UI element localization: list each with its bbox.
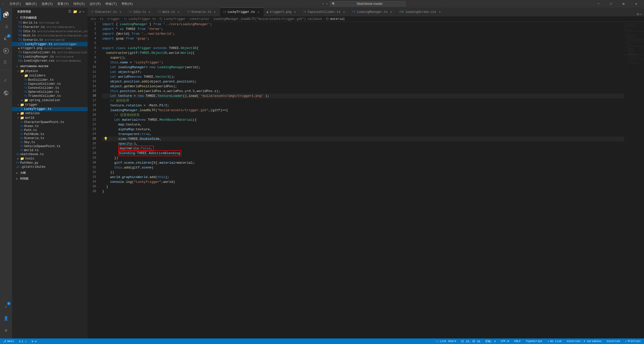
timeline-section[interactable]: ▶ 时间线 bbox=[12, 176, 88, 182]
maximize-button[interactable]: □ bbox=[605, 0, 617, 8]
open-file-character[interactable]: TS Character.ts src\ts\characters bbox=[12, 25, 88, 29]
new-file-icon[interactable]: 🗋 bbox=[68, 10, 71, 14]
prettier-status[interactable]: ✓ Prettier bbox=[624, 340, 642, 343]
encoding-status[interactable]: UTF-8 bbox=[500, 340, 510, 343]
bc-callback[interactable]: loadingManager.loadGLTF("build/assets/tr… bbox=[213, 17, 322, 21]
file-vehiclespawn[interactable]: TS VehicleSpawnPoint.ts bbox=[12, 144, 88, 148]
open-file-idle[interactable]: TS Idle.ts src\ts\characters\character_s… bbox=[12, 29, 88, 33]
trigger-folder[interactable]: ▾ 📁 trigger bbox=[12, 103, 88, 107]
bc-file[interactable]: TS LuckyTrigger.ts bbox=[124, 17, 156, 21]
bc-ts[interactable]: ts bbox=[100, 17, 103, 21]
outline-section[interactable]: ▶ 大纲 bbox=[12, 170, 88, 176]
spring-simulation-folder[interactable]: ▶ 📁 spring_simulation bbox=[12, 98, 88, 103]
split-editor-icon[interactable]: ⊟ bbox=[637, 12, 639, 16]
colorize-btn[interactable]: Colorize bbox=[606, 340, 621, 343]
menu-help[interactable]: 帮助(H) bbox=[120, 1, 135, 7]
code-editor[interactable]: 1 2 3 4 5 6 7 8 9 10 11 12 13 14 15 16 1 bbox=[88, 22, 644, 338]
file-pathnode[interactable]: TS PathNode.ts bbox=[12, 132, 88, 136]
refresh-icon[interactable]: ↺ bbox=[79, 10, 81, 14]
new-folder-icon[interactable]: 📁 bbox=[73, 10, 77, 14]
file-path[interactable]: TS Path.ts bbox=[12, 128, 88, 132]
live-share-status[interactable]: ↑↓ Live Share bbox=[434, 340, 457, 343]
golive-status[interactable]: ⚡ Go Live bbox=[546, 340, 563, 343]
activity-search[interactable] bbox=[0, 21, 12, 33]
colliders-folder[interactable]: ▾ 📁 colliders bbox=[12, 73, 88, 78]
more-tabs-icon[interactable]: ⋯ bbox=[640, 12, 642, 16]
tab-trigger1[interactable]: ◉ trigger1.png ✕ bbox=[264, 8, 300, 16]
menu-goto[interactable]: 转到(G) bbox=[71, 1, 87, 7]
open-file-loading[interactable]: TS LoadingManager.ts src\ts\core bbox=[12, 55, 88, 59]
menu-select[interactable]: 选择(S) bbox=[40, 1, 55, 7]
activity-explorer[interactable] bbox=[0, 9, 12, 21]
menu-terminal[interactable]: 终端(T) bbox=[103, 1, 119, 7]
tab-trigger1-close[interactable]: ✕ bbox=[293, 10, 297, 14]
file-world-tree[interactable]: TS World.ts bbox=[12, 148, 88, 152]
tab-luckytrigger[interactable]: TS LuckyTrigger.ts ✕ bbox=[220, 8, 264, 16]
errors-status[interactable]: ⊘ 1 ⚠ bbox=[18, 340, 27, 343]
tab-character-close[interactable]: ✕ bbox=[118, 10, 122, 14]
file-scenario-tree[interactable]: TS Scenario.ts bbox=[12, 136, 88, 140]
file-characterspawn[interactable]: TS CharacterSpawnPoint.ts bbox=[12, 120, 88, 124]
git-branch-status[interactable]: ⎇ main bbox=[2, 340, 15, 343]
tab-loadingmanager[interactable]: TS LoadingManager.ts ✕ bbox=[349, 8, 396, 16]
bc-trigger[interactable]: trigger bbox=[107, 17, 120, 21]
tab-capsule-close[interactable]: ✕ bbox=[342, 10, 346, 14]
open-editors-section[interactable]: ▾ 打开的编辑器 bbox=[12, 15, 88, 21]
minimize-button[interactable]: ─ bbox=[593, 0, 604, 8]
open-file-walk[interactable]: TS Walk.ts src\ts\characters\character_s… bbox=[12, 33, 88, 38]
file-gitattributes[interactable]: ⎇ .gitattributes bbox=[12, 165, 88, 169]
code-content[interactable]: import { LoadingManager } from '../core/… bbox=[100, 22, 624, 338]
tab-scenario[interactable]: TS Scenario.ts ✕ bbox=[184, 8, 220, 16]
activity-settings[interactable]: ⚙ bbox=[0, 324, 12, 336]
close-icon[interactable]: ✕ bbox=[18, 43, 20, 46]
tab-luckytrigger-close[interactable]: ✕ bbox=[256, 10, 260, 14]
file-ocean[interactable]: TS Ocean.ts bbox=[12, 124, 88, 128]
tab-scenario-close[interactable]: ✕ bbox=[213, 10, 217, 14]
menu-file[interactable]: 文件(F) bbox=[8, 1, 23, 7]
file-boxcollider[interactable]: TS BoxCollider.ts bbox=[12, 78, 88, 82]
bc-class[interactable]: ⬡ LuckyTrigger bbox=[160, 17, 186, 21]
tab-idle[interactable]: TS Idle.ts ✕ bbox=[126, 8, 155, 16]
menu-run[interactable]: 运行(R) bbox=[88, 1, 103, 7]
tab-idle-close[interactable]: ✕ bbox=[147, 10, 151, 14]
warnings-status[interactable]: 0 ⊘ bbox=[31, 340, 38, 343]
file-sky[interactable]: TS Sky.ts bbox=[12, 140, 88, 144]
file-sketchbook[interactable]: TS sketchbook.ts bbox=[12, 152, 88, 156]
more-actions-icon[interactable]: ⋯ bbox=[83, 10, 85, 14]
tools-folder[interactable]: ▶ 📁 tools bbox=[12, 156, 88, 161]
activity-source-control[interactable]: 1 bbox=[0, 33, 12, 45]
cursor-position[interactable]: 行 25, 列 39 bbox=[460, 339, 481, 343]
file-pathgen[interactable]: PY PathGen.py bbox=[12, 161, 88, 165]
physics-folder[interactable]: ▾ 📁 physics bbox=[12, 69, 88, 73]
bc-src[interactable]: src bbox=[91, 17, 96, 21]
activity-accounts[interactable]: 👤 bbox=[0, 312, 12, 324]
colorize-status[interactable]: Colorize: 3 variables bbox=[566, 340, 603, 343]
close-button[interactable]: ✕ bbox=[630, 0, 642, 8]
search-input[interactable] bbox=[330, 1, 405, 6]
open-file-loadingscreen[interactable]: CSS loadingScreen.css src\css\modules bbox=[12, 59, 88, 63]
tab-walk[interactable]: TS Walk.ts ✕ bbox=[155, 8, 184, 16]
menu-edit[interactable]: 编辑(E) bbox=[23, 1, 39, 7]
lightbulb-icon[interactable]: 💡 bbox=[104, 137, 108, 141]
world-folder[interactable]: ▾ 📁 world bbox=[12, 116, 88, 120]
tab-capsule[interactable]: TS CapsuleCollider.ts ✕ bbox=[300, 8, 349, 16]
spaces-status[interactable]: 空格: 4 bbox=[484, 339, 497, 343]
open-file-luckytrigger[interactable]: ✕ TS LuckyTrigger.ts src\ts\trigger bbox=[12, 42, 88, 46]
open-file-scenario[interactable]: TS Scenario.ts src\ts\world bbox=[12, 38, 88, 42]
tab-loadingscreen[interactable]: CSS loadingScreen.css ✕ bbox=[396, 8, 445, 16]
file-spherecollider[interactable]: TS SphereCollider.ts bbox=[12, 90, 88, 94]
menu-view[interactable]: 查看(V) bbox=[55, 1, 71, 7]
sidebar-scroll[interactable]: ▾ 打开的编辑器 TS World.ts src\ts\world TS Cha… bbox=[12, 15, 88, 338]
tab-loadingmanager-close[interactable]: ✕ bbox=[389, 10, 393, 14]
activity-problems[interactable]: ⚠ 1 bbox=[0, 300, 12, 312]
activity-docker[interactable] bbox=[0, 75, 12, 87]
language-status[interactable]: TypeScript bbox=[525, 340, 543, 343]
sidebar-layout-button[interactable]: ⊟ bbox=[618, 0, 629, 8]
open-file-trigger1[interactable]: ◉ trigger1.png build\assets\imgs bbox=[12, 46, 88, 50]
file-convexcollider[interactable]: TS ConvexCollider.ts bbox=[12, 86, 88, 90]
bc-material[interactable]: ⬡ material bbox=[326, 17, 345, 21]
file-trimeshcollider[interactable]: TS TrimeshCollider.ts bbox=[12, 94, 88, 98]
project-section[interactable]: ▾ SKETCHBOOK-MASTER bbox=[12, 64, 88, 69]
tab-character[interactable]: TS Character.ts ✕ bbox=[88, 8, 126, 16]
activity-run[interactable] bbox=[0, 45, 12, 57]
